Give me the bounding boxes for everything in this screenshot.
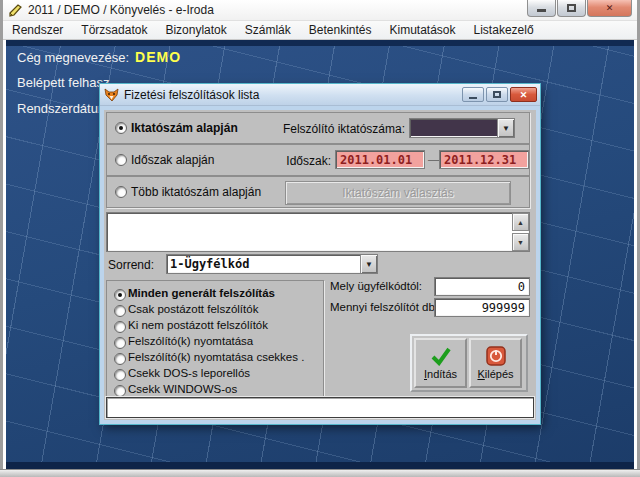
close-icon: ✕ (520, 90, 528, 100)
radio-ki-nem-postazott-label[interactable]: Ki nem postázott felszólítók (128, 319, 268, 331)
radio-minden-generalt-label[interactable]: Minden generált felszólítás (128, 287, 275, 299)
inditas-label: Indítás (424, 368, 457, 380)
status-input[interactable] (106, 397, 534, 418)
menu-bizonylatok[interactable]: Bizonylatok (156, 21, 235, 39)
mely-ugyfelkod-label: Mely ügyfélkódtól: (330, 280, 422, 292)
radio-tobb-iktatoszam-label[interactable]: Több iktatószám alapján (131, 185, 261, 199)
mode-row-idoszak: Időszak alapján Időszak: 2011.01.01 — 20… (106, 144, 530, 176)
payment-reminders-dialog: Fizetési felszólítások lista ✕ Iktatószá… (100, 84, 540, 424)
radio-minden-generalt[interactable] (114, 289, 126, 301)
iktatoszam-list-value (107, 213, 512, 251)
minimize-icon (469, 97, 477, 99)
menu-szamlak[interactable]: Számlák (236, 21, 300, 39)
radio-csekk-dos[interactable] (114, 369, 126, 381)
inditas-button[interactable]: Indítás (414, 338, 467, 388)
app-titlebar: 2011 / DEMO / Könyvelés - e-Iroda ✕ (3, 0, 637, 21)
check-icon (430, 346, 452, 366)
radio-csak-postazott[interactable] (114, 305, 126, 317)
kilepes-button[interactable]: Kilépés (469, 338, 522, 388)
dialog-maximize-button[interactable] (486, 87, 508, 102)
mode-row-tobb-iktatoszam: Több iktatószám alapján Iktatószám válas… (106, 176, 530, 208)
date-from-input[interactable]: 2011.01.01 (335, 150, 425, 169)
dialog-caption-buttons: ✕ (460, 87, 537, 102)
logged-in-user-label: Belépett felhasz (17, 75, 110, 90)
iktatoszam-field-label: Felszólító iktatószáma: (267, 122, 405, 136)
window-title: 2011 / DEMO / Könyvelés - e-Iroda (28, 3, 214, 17)
radio-csak-postazott-label[interactable]: Csak postázott felszólítók (128, 303, 258, 315)
iktatoszam-valasztas-button: Iktatószám választás (285, 181, 511, 205)
kilepes-label: Kilépés (477, 368, 513, 380)
app-icon (8, 3, 23, 18)
dialog-title: Fizetési felszólítások lista (124, 88, 259, 102)
minimize-button[interactable] (527, 0, 556, 17)
sorrend-combobox[interactable]: 1-Ügyfélkód ▼ (166, 254, 378, 274)
scroll-down-icon[interactable]: ▼ (512, 233, 529, 251)
minimize-icon (537, 9, 546, 12)
menu-betenkintes[interactable]: Betenkintés (300, 21, 381, 39)
dialog-close-button[interactable]: ✕ (510, 87, 537, 102)
radio-iktatoszam-alapjan-label[interactable]: Iktatószám alapján (131, 121, 238, 135)
maximize-icon (493, 91, 501, 98)
scroll-up-icon[interactable]: ▲ (512, 213, 529, 231)
menu-torzsadatok[interactable]: Törzsadatok (72, 21, 156, 39)
radio-nyomtatasa-csekkes-label[interactable]: Felszólító(k) nyomtatása csekkes . (128, 351, 304, 363)
dialog-minimize-button[interactable] (462, 87, 484, 102)
idoszak-field-label: Időszak: (267, 154, 331, 168)
date-to-input[interactable]: 2011.12.31 (439, 150, 529, 169)
menu-rendszer[interactable]: Rendszer (3, 21, 72, 39)
radio-nyomtatasa-csekkes[interactable] (114, 353, 126, 365)
list-scrollbar: ▲ ▼ (512, 213, 529, 251)
radio-felszolito-nyomtatasa[interactable] (114, 337, 126, 349)
sorrend-label: Sorrend: (108, 258, 154, 272)
dialog-client-area: Iktatószám alapján Felszólító iktatószám… (104, 110, 536, 420)
power-icon (486, 346, 506, 366)
radio-felszolito-nyomtatasa-label[interactable]: Felszólító(k) nyomtatása (128, 335, 253, 347)
dropdown-arrow-icon[interactable]: ▼ (360, 255, 377, 273)
mode-row-iktatoszam: Iktatószám alapján Felszólító iktatószám… (106, 112, 530, 144)
radio-csekk-windows-label[interactable]: Csekk WINDOWS-os (128, 383, 237, 395)
company-value: DEMO (135, 49, 181, 65)
radio-csekk-dos-label[interactable]: Csekk DOS-s leporellós (128, 367, 250, 379)
menu-kimutatasok[interactable]: Kimutatások (381, 21, 465, 39)
action-button-panel: Indítás Kilépés (410, 334, 528, 392)
iktatoszam-combobox[interactable]: ▼ (409, 118, 515, 138)
mely-ugyfelkod-input[interactable]: 0 (434, 277, 530, 296)
filter-radio-group: Minden generált felszólítás Csak postázo… (106, 280, 324, 404)
dialog-titlebar: Fizetési felszólítások lista ✕ (100, 84, 540, 106)
close-icon: ✕ (606, 3, 614, 13)
radio-iktatoszam-alapjan[interactable] (115, 122, 127, 134)
dropdown-arrow-icon[interactable]: ▼ (497, 119, 514, 137)
sorrend-value: 1-Ügyfélkód (167, 255, 360, 273)
radio-tobb-iktatoszam[interactable] (115, 186, 127, 198)
taskbar (0, 469, 640, 477)
iktatoszam-list[interactable]: ▲ ▼ (106, 212, 530, 252)
radio-csekk-windows[interactable] (114, 385, 126, 397)
app-window: 2011 / DEMO / Könyvelés - e-Iroda ✕ Rend… (0, 0, 640, 469)
fox-icon (104, 88, 119, 102)
desktop-background: Cég megnevezése:DEMO Belépett felhasz Re… (6, 40, 634, 469)
system-date-label: Rendszerdátum (17, 101, 109, 116)
caption-buttons: ✕ (526, 0, 632, 17)
radio-ki-nem-postazott[interactable] (114, 321, 126, 333)
company-row: Cég megnevezése:DEMO (17, 49, 181, 65)
radio-idoszak-alapjan[interactable] (115, 154, 127, 166)
maximize-icon (567, 4, 576, 12)
company-label: Cég megnevezése: (17, 50, 129, 65)
menu-listakezelo[interactable]: Listakezelő (465, 21, 543, 39)
mennyi-felszolito-input[interactable]: 999999 (434, 298, 530, 317)
close-button[interactable]: ✕ (587, 0, 632, 17)
radio-idoszak-alapjan-label[interactable]: Időszak alapján (131, 153, 214, 167)
maximize-button[interactable] (557, 0, 586, 17)
mennyi-felszolito-label: Mennyi felszólítót db: (330, 301, 438, 313)
menubar: Rendszer Törzsadatok Bizonylatok Számlák… (3, 21, 637, 40)
iktatoszam-combobox-value (410, 119, 497, 137)
